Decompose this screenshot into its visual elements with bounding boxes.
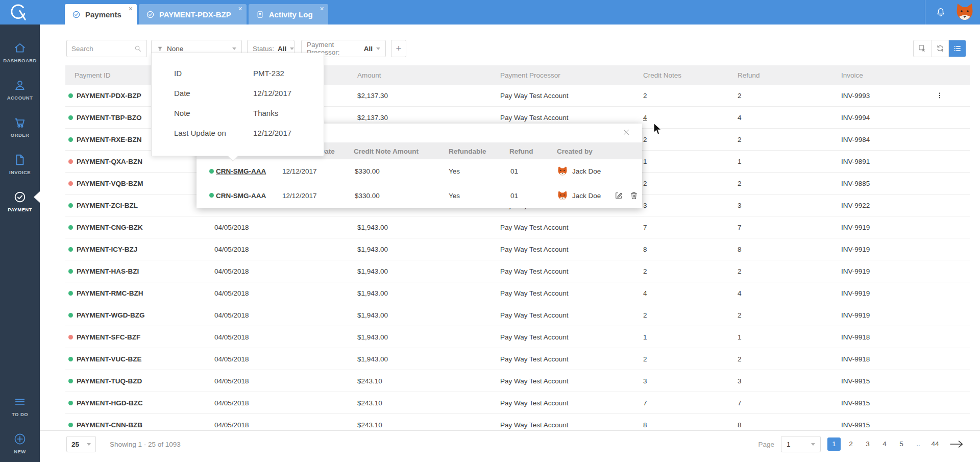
table-row[interactable]: PAYMENT-CNG-BZK04/05/2018$1,943.00Pay Wa… [65, 216, 970, 238]
page-button-3[interactable]: 3 [861, 437, 874, 451]
credit-note-id[interactable]: CRN-SMG-AAA [216, 167, 266, 175]
sidebar-item-account[interactable]: ACCOUNT [0, 71, 40, 108]
credit-note-date: 12/12/2017 [282, 191, 317, 199]
tab-payment-pdx-bzp[interactable]: PAYMENT-PDX-BZP× [139, 4, 247, 25]
table-row[interactable]: PAYMENT-TUQ-BZD04/05/2018$243.10Pay Way … [65, 370, 970, 392]
list-view-button[interactable] [948, 40, 966, 57]
created-by-name: Jack Doe [572, 191, 601, 199]
sidebar-item-invoice[interactable]: INVOICE [0, 145, 40, 183]
credit-notes-count[interactable]: 2 [643, 268, 647, 275]
sidebar-item-to-do[interactable]: TO DO [0, 387, 40, 425]
row-kebab-menu-icon[interactable] [936, 91, 944, 100]
sidebar-item-new[interactable]: NEW [0, 425, 40, 462]
credit-notes-count[interactable]: 8 [643, 246, 647, 253]
payment-date: 04/05/2018 [214, 289, 249, 297]
credit-notes-count[interactable]: 2 [643, 355, 647, 363]
credit-notes-count[interactable]: 1 [643, 158, 647, 165]
page-button-4[interactable]: 4 [878, 437, 891, 451]
column-header-payment-processor[interactable]: Payment Processor [500, 71, 560, 79]
credit-notes-count[interactable]: 8 [643, 421, 647, 429]
add-filter-button[interactable]: + [391, 40, 406, 57]
invoice-link[interactable]: INV-9919 [841, 246, 870, 253]
invoice-link[interactable]: INV-9919 [841, 311, 870, 319]
funnel-icon [157, 45, 163, 52]
invoice-link[interactable]: INV-9891 [841, 158, 870, 165]
edit-icon[interactable] [614, 191, 623, 200]
invoice-link[interactable]: INV-9919 [841, 268, 870, 275]
next-page-arrow-icon[interactable] [948, 439, 965, 450]
tab-activity-log[interactable]: Activity Log× [249, 4, 328, 25]
sidebar-item-payment[interactable]: PAYMENT [0, 183, 40, 220]
credit-notes-count[interactable]: 7 [643, 224, 647, 231]
credit-notes-count[interactable]: 2 [643, 136, 647, 143]
select-cursor-view-button[interactable] [914, 40, 931, 57]
page-button-5[interactable]: 5 [895, 437, 908, 451]
invoice-link[interactable]: INV-9919 [841, 224, 870, 231]
view-toggle-group [913, 40, 966, 57]
search-input[interactable] [71, 45, 134, 53]
sidebar-item-dashboard[interactable]: DASHBOARD [0, 34, 40, 71]
column-header-refund[interactable]: Refund [738, 71, 760, 79]
invoice-link[interactable]: INV-9915 [841, 399, 870, 407]
page-button-1[interactable]: 1 [827, 437, 841, 451]
table-row[interactable]: PAYMENT-WGD-BZG04/05/2018$1,943.00Pay Wa… [65, 304, 970, 326]
payment-date: 04/05/2018 [214, 399, 249, 407]
status-value: All [278, 45, 286, 53]
invoice-link[interactable]: INV-9919 [841, 289, 870, 297]
page-select[interactable]: 1 [781, 436, 821, 452]
sidebar-item-order[interactable]: ORDER [0, 108, 40, 145]
column-header-invoice[interactable]: Invoice [841, 71, 863, 79]
table-row[interactable]: PAYMENT-CNN-BZB04/05/2018$243.10Pay Way … [65, 414, 970, 431]
page-button-2[interactable]: 2 [844, 437, 857, 451]
credit-notes-count[interactable]: 2 [643, 180, 647, 187]
notifications-bell-icon[interactable] [935, 7, 946, 18]
tab-label: Activity Log [269, 10, 313, 19]
page-button-44[interactable]: 44 [928, 437, 942, 451]
page-size-select[interactable]: 25 [66, 436, 96, 452]
close-icon[interactable]: × [129, 5, 133, 13]
page-buttons: 12345..44 [827, 437, 942, 451]
table-row[interactable]: PAYMENT-HGD-BZC04/05/2018$243.10Pay Way … [65, 392, 970, 414]
credit-notes-count[interactable]: 4 [643, 114, 647, 121]
credit-notes-count[interactable]: 1 [643, 333, 647, 341]
credit-notes-count[interactable]: 4 [643, 289, 647, 297]
column-header-amount[interactable]: Amount [357, 71, 381, 79]
app-logo-icon[interactable] [8, 3, 28, 22]
close-icon[interactable]: × [238, 5, 242, 13]
column-header-payment-id[interactable]: Payment ID [75, 71, 111, 79]
credit-note-date: 12/12/2017 [282, 167, 317, 175]
table-row[interactable]: PAYMENT-RMC-BZH04/05/2018$1,943.00Pay Wa… [65, 282, 970, 304]
trash-icon[interactable] [629, 191, 639, 200]
list-icon [953, 44, 962, 53]
close-icon[interactable] [622, 128, 631, 137]
table-row[interactable]: PAYMENT-ICY-BZJ04/05/2018$1,943.00Pay Wa… [65, 238, 970, 260]
invoice-link[interactable]: INV-9993 [841, 92, 870, 100]
invoice-link[interactable]: INV-9885 [841, 180, 870, 187]
close-icon[interactable]: × [320, 5, 324, 13]
credit-notes-count[interactable]: 3 [643, 202, 647, 209]
refresh-view-button[interactable] [931, 40, 948, 57]
invoice-link[interactable]: INV-9918 [841, 355, 870, 363]
credit-notes-count[interactable]: 3 [643, 377, 647, 385]
credit-notes-count[interactable]: 7 [643, 399, 647, 407]
user-avatar[interactable] [954, 2, 975, 22]
invoice-link[interactable]: INV-9922 [841, 202, 870, 209]
credit-notes-count[interactable]: 2 [643, 92, 647, 100]
table-row[interactable]: PAYMENT-SFC-BZF04/05/2018$1,943.00Pay Wa… [65, 326, 970, 348]
column-header-credit-notes[interactable]: Credit Notes [643, 71, 681, 79]
credit-note-row[interactable]: CRN-SMG-AAA12/12/2017$330.00Yes01Jack Do… [197, 159, 642, 183]
invoice-link[interactable]: INV-9915 [841, 377, 870, 385]
invoice-link[interactable]: INV-9915 [841, 421, 870, 429]
credit-notes-count[interactable]: 2 [643, 311, 647, 319]
credit-note-row[interactable]: CRN-SMG-AAA12/12/2017$330.00Yes01Jack Do… [197, 183, 642, 207]
filter-value: None [167, 45, 183, 53]
invoice-link[interactable]: INV-9994 [841, 114, 870, 121]
tab-payments[interactable]: Payments× [65, 4, 137, 25]
table-row[interactable]: PAYMENT-HAS-BZI04/05/2018$1,943.00Pay Wa… [65, 260, 970, 282]
invoice-link[interactable]: INV-9918 [841, 333, 870, 341]
credit-note-id[interactable]: CRN-SMG-AAA [216, 191, 266, 199]
page-button-dots[interactable]: .. [912, 437, 925, 451]
invoice-link[interactable]: INV-9984 [841, 136, 870, 143]
doc-icon [256, 10, 264, 19]
table-row[interactable]: PAYMENT-VUC-BZE04/05/2018$1,943.00Pay Wa… [65, 348, 970, 370]
